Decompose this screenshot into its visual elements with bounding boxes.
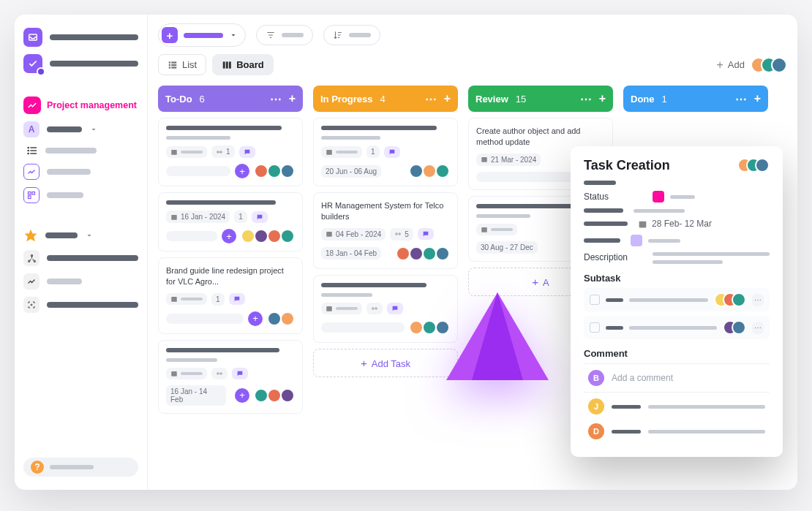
task-card[interactable]: 16 Jan - 14 Feb + <box>158 340 303 414</box>
project-icon <box>23 96 41 114</box>
plus-icon: + <box>361 357 367 369</box>
more-icon[interactable]: ⋯ <box>580 92 592 106</box>
column-title: To-Do <box>165 94 192 105</box>
plus-icon: + <box>162 27 178 43</box>
calendar-icon <box>170 370 178 377</box>
check-icon <box>23 54 42 73</box>
date-chip <box>166 146 207 158</box>
more-icon[interactable]: ⋯ <box>425 92 437 106</box>
subtask-row[interactable]: ⋯ <box>584 288 770 311</box>
plus-icon[interactable]: + <box>289 92 296 106</box>
sidebar-item-analytics[interactable] <box>23 164 138 180</box>
subtask-row[interactable]: ⋯ <box>584 316 770 339</box>
add-assignee-button[interactable]: + <box>235 164 249 178</box>
more-icon[interactable]: ⋯ <box>752 322 764 334</box>
column-todo: To-Do 6 ⋯+ 1 + <box>158 86 303 414</box>
sidebar-item-label <box>47 255 138 261</box>
sidebar-item-list[interactable] <box>23 145 138 156</box>
svg-point-13 <box>34 260 35 262</box>
help-button[interactable]: ? <box>23 458 138 477</box>
plus-icon[interactable]: + <box>444 92 451 106</box>
column-header[interactable]: Done 1 ⋯+ <box>623 86 768 112</box>
column-count: 1 <box>662 94 667 105</box>
add-assignee-button[interactable]: + <box>235 388 249 403</box>
sidebar-item-settings[interactable] <box>23 297 138 313</box>
comment-chip <box>418 228 434 240</box>
avatar <box>409 164 424 178</box>
sidebar-item-label <box>47 302 138 308</box>
avatar <box>732 320 746 335</box>
column-header[interactable]: Review 15 ⋯+ <box>468 86 613 112</box>
task-card[interactable]: 1 20 Jun - 06 Aug <box>313 118 458 186</box>
task-card[interactable]: Brand guide line redesign project for VL… <box>158 257 303 334</box>
svg-rect-9 <box>29 196 31 199</box>
filter-button[interactable] <box>256 25 313 45</box>
view-list-button[interactable]: List <box>158 54 206 75</box>
add-task-button[interactable]: +Add Task <box>313 349 458 377</box>
sidebar-tasks[interactable] <box>23 54 138 73</box>
sidebar-favorites[interactable] <box>23 228 138 243</box>
plus-icon: + <box>717 58 723 72</box>
task-card[interactable]: 1 + <box>158 118 303 186</box>
more-icon[interactable]: ⋯ <box>270 92 282 106</box>
add-assignee-button[interactable]: + <box>222 229 236 243</box>
add-assignee-button[interactable]: + <box>248 311 263 326</box>
svg-rect-23 <box>171 67 176 68</box>
app-window: Project management A <box>15 15 797 490</box>
svg-rect-40 <box>326 306 332 311</box>
sidebar-home [interactable] <box>23 28 138 47</box>
checkbox[interactable] <box>590 295 600 305</box>
chevron-down-icon <box>85 231 94 240</box>
sidebar-item-a[interactable]: A <box>23 121 138 137</box>
avatar <box>254 164 268 178</box>
svg-rect-31 <box>171 215 177 220</box>
add-members[interactable]: + Add <box>717 57 787 73</box>
analytics-icon <box>23 164 40 180</box>
svg-rect-26 <box>229 61 231 68</box>
checkbox[interactable] <box>590 322 600 333</box>
calendar-icon <box>326 230 333 238</box>
sidebar-item-dash[interactable] <box>23 187 138 203</box>
link-chip: 1 <box>366 145 380 158</box>
task-card[interactable]: HR Management System for Telco builders … <box>313 192 458 269</box>
svg-rect-19 <box>169 64 170 65</box>
task-card[interactable]: 16 Jan - 2024 1 + <box>158 192 303 251</box>
plus-icon[interactable]: + <box>599 92 606 106</box>
view-board-button[interactable]: Board <box>212 54 274 75</box>
column-header[interactable]: To-Do 6 ⋯+ <box>158 86 303 112</box>
more-icon[interactable]: ⋯ <box>752 294 764 306</box>
date-chip <box>476 224 517 235</box>
svg-point-6 <box>28 153 29 154</box>
column-title: In Progress <box>320 94 373 105</box>
sidebar: Project management A <box>15 15 148 490</box>
add-label: Add <box>728 59 745 70</box>
sidebar-item-team[interactable] <box>23 250 138 266</box>
svg-point-12 <box>28 260 29 262</box>
link-icon <box>216 370 223 377</box>
more-icon[interactable]: ⋯ <box>735 92 747 106</box>
link-chip: 1 <box>211 145 235 158</box>
sidebar-project-management[interactable]: Project management <box>23 96 138 114</box>
task-card[interactable] <box>313 275 458 343</box>
task-detail-panel: Task Creation Status 28 Feb- 12 Mar <box>571 146 783 457</box>
comment-input[interactable]: B Add a comment <box>584 363 770 393</box>
link-chip: 5 <box>390 228 413 241</box>
sort-button[interactable] <box>323 25 380 45</box>
svg-rect-43 <box>481 157 487 162</box>
help-label <box>50 465 94 469</box>
board-icon <box>222 60 232 70</box>
calendar-icon <box>326 148 333 156</box>
chevron-down-icon <box>89 125 98 134</box>
plus-icon[interactable]: + <box>754 92 761 106</box>
date-chip <box>321 146 362 158</box>
sidebar-item-label <box>50 34 138 40</box>
sort-icon <box>333 30 343 40</box>
column-header[interactable]: In Progress 4 ⋯+ <box>313 86 458 112</box>
avatar <box>254 229 268 243</box>
sidebar-item-report[interactable] <box>23 273 138 289</box>
date-chip: 04 Feb - 2024 <box>321 228 386 241</box>
new-button[interactable]: + <box>158 23 246 47</box>
svg-rect-33 <box>171 371 177 376</box>
filter-icon <box>266 30 276 40</box>
avatar <box>241 229 255 243</box>
